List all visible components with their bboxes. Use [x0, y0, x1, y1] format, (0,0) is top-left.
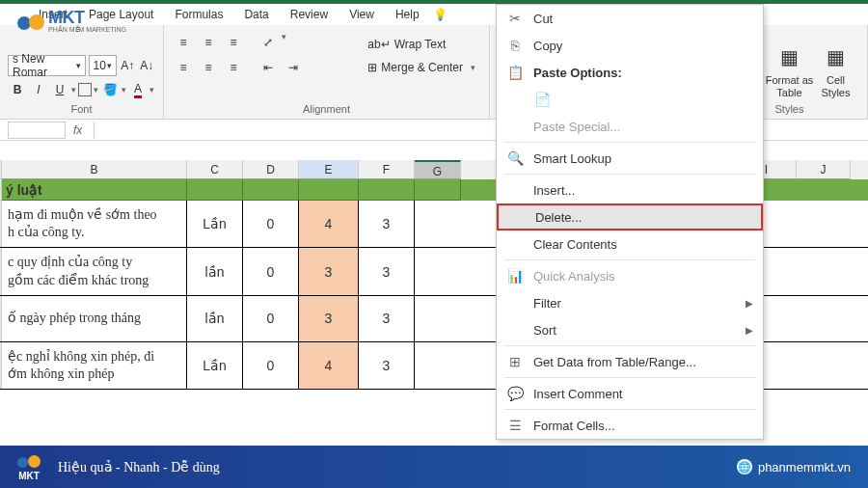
name-box[interactable]: [8, 122, 66, 139]
align-left-icon[interactable]: ≡: [172, 57, 195, 78]
format-as-table-button[interactable]: ▦ Format as Table: [769, 41, 811, 99]
col-header-c[interactable]: C: [187, 160, 243, 179]
ctx-insert-comment[interactable]: 💬Insert Comment: [497, 380, 763, 407]
tab-review[interactable]: Review: [281, 5, 338, 24]
cell-unit[interactable]: lần: [187, 248, 243, 294]
ribbon-align-group: ≡ ≡ ≡ ⤢ ▾ ≡ ≡ ≡ ⇤ ⇥ ab↵Wrap Text: [164, 25, 490, 119]
cell-g[interactable]: [415, 342, 461, 389]
footer-tagline: Hiệu quả - Nhanh - Dễ dùng: [58, 459, 220, 475]
cell-e[interactable]: 3: [299, 248, 359, 294]
ctx-copy[interactable]: ⎘Copy: [497, 32, 763, 59]
orientation-icon[interactable]: ⤢: [257, 32, 280, 53]
cell-unit[interactable]: Lần: [187, 201, 243, 247]
cell-e[interactable]: 4: [299, 342, 359, 389]
format-icon: ☰: [506, 417, 524, 434]
merge-center-button[interactable]: ⊞Merge & Center▾: [362, 59, 481, 76]
tell-me-icon[interactable]: 💡: [431, 5, 450, 24]
header-title[interactable]: ý luật: [2, 179, 187, 201]
ctx-cut[interactable]: ✂Cut: [497, 5, 763, 32]
align-bottom-icon[interactable]: ≡: [222, 32, 245, 53]
cell-g[interactable]: [415, 296, 461, 341]
cell-d[interactable]: 0: [243, 342, 299, 389]
font-size-combo[interactable]: 10▾: [89, 55, 117, 76]
cell-g[interactable]: [415, 248, 461, 294]
cell-f[interactable]: 3: [359, 296, 415, 341]
context-menu: ✂Cut ⎘Copy 📋Paste Options: 📄 Paste Speci…: [496, 4, 764, 440]
ctx-sort[interactable]: Sort▶: [497, 316, 763, 343]
globe-icon: 🌐: [737, 459, 752, 474]
cell-g[interactable]: [415, 201, 461, 247]
copy-icon: ⎘: [506, 37, 524, 54]
ctx-separator: [504, 259, 755, 260]
increase-indent-icon[interactable]: ⇥: [282, 57, 305, 78]
col-header-b[interactable]: B: [2, 160, 187, 179]
fill-color-icon[interactable]: 🪣: [100, 80, 120, 99]
footer-banner: MKT Hiệu quả - Nhanh - Dễ dùng 🌐 phanmem…: [0, 446, 868, 488]
cell-d[interactable]: 0: [243, 248, 299, 294]
cut-icon: ✂: [506, 10, 524, 27]
ctx-format-cells[interactable]: ☰Format Cells...: [497, 412, 763, 439]
cell-f[interactable]: 3: [359, 342, 415, 389]
cell-e[interactable]: 4: [299, 201, 359, 247]
bold-button[interactable]: B: [8, 80, 27, 99]
font-name-combo[interactable]: s New Romar▾: [8, 55, 86, 76]
col-header-g[interactable]: G: [415, 160, 461, 179]
ctx-get-data[interactable]: ⊞Get Data from Table/Range...: [497, 348, 763, 375]
ctx-separator: [504, 142, 755, 143]
cell-f[interactable]: 3: [359, 248, 415, 294]
ctx-smart-lookup[interactable]: 🔍Smart Lookup: [497, 145, 763, 172]
ctx-insert[interactable]: Insert...: [497, 176, 763, 203]
ctx-separator: [504, 174, 755, 175]
align-middle-icon[interactable]: ≡: [197, 32, 220, 53]
ctx-delete[interactable]: Delete...: [497, 203, 763, 230]
ctx-separator: [504, 345, 755, 346]
chevron-right-icon: ▶: [746, 325, 753, 336]
cell-unit[interactable]: Lần: [187, 342, 243, 389]
col-header-f[interactable]: F: [359, 160, 415, 179]
tab-help[interactable]: Help: [386, 5, 429, 24]
ctx-paste-options: 📋Paste Options:: [497, 59, 763, 86]
ctx-separator: [504, 409, 755, 410]
paste-icon: 📄: [533, 91, 551, 108]
tab-data[interactable]: Data: [234, 5, 278, 24]
cell-styles-button[interactable]: ▦ Cell Styles: [815, 41, 857, 99]
ctx-quick-analysis: 📊Quick Analysis: [497, 262, 763, 289]
cell-text[interactable]: ố ngày phép trong tháng: [2, 296, 187, 341]
table-icon: ⊞: [506, 353, 524, 370]
tab-view[interactable]: View: [339, 5, 384, 24]
cell-unit[interactable]: lần: [187, 296, 243, 341]
logo-mkt: MKT PHẦN MỀM MARKETING: [17, 8, 126, 34]
cell-f[interactable]: 3: [359, 201, 415, 247]
decrease-indent-icon[interactable]: ⇤: [257, 57, 280, 78]
comment-icon: 💬: [506, 385, 524, 402]
wrap-text-button[interactable]: ab↵Wrap Text: [362, 36, 481, 53]
col-header-e[interactable]: E: [299, 160, 359, 179]
font-color-icon[interactable]: A: [128, 80, 148, 99]
tab-formulas[interactable]: Formulas: [165, 5, 232, 24]
footer-url[interactable]: 🌐 phanmemmkt.vn: [737, 459, 851, 474]
cell-text[interactable]: hạm đi muộn về sớm theo h của công ty.: [2, 201, 187, 247]
underline-button[interactable]: U: [50, 80, 69, 99]
cell-d[interactable]: 0: [243, 201, 299, 247]
align-top-icon[interactable]: ≡: [172, 32, 195, 53]
col-header-d[interactable]: D: [243, 160, 299, 179]
format-table-icon: ▦: [774, 41, 805, 72]
align-group-label: Alignment: [172, 99, 481, 117]
increase-font-icon[interactable]: A↑: [120, 56, 136, 75]
align-right-icon[interactable]: ≡: [222, 57, 245, 78]
ctx-paste-default[interactable]: 📄: [497, 86, 763, 113]
cell-text[interactable]: c quy định của công ty gồm các điểm khác…: [2, 248, 187, 294]
fx-label[interactable]: fx: [73, 123, 82, 137]
cell-d[interactable]: 0: [243, 296, 299, 341]
decrease-font-icon[interactable]: A↓: [139, 56, 155, 75]
align-center-icon[interactable]: ≡: [197, 57, 220, 78]
cell-styles-icon: ▦: [821, 41, 852, 72]
border-icon[interactable]: [78, 83, 92, 96]
ctx-filter[interactable]: Filter▶: [497, 289, 763, 316]
italic-button[interactable]: I: [29, 80, 48, 99]
cell-e[interactable]: 3: [299, 296, 359, 341]
ctx-separator: [504, 377, 755, 378]
col-header-j[interactable]: J: [797, 160, 851, 179]
ctx-clear-contents[interactable]: Clear Contents: [497, 230, 763, 258]
cell-text[interactable]: ệc nghỉ không xin phép, đi ớm không xin …: [2, 342, 187, 389]
